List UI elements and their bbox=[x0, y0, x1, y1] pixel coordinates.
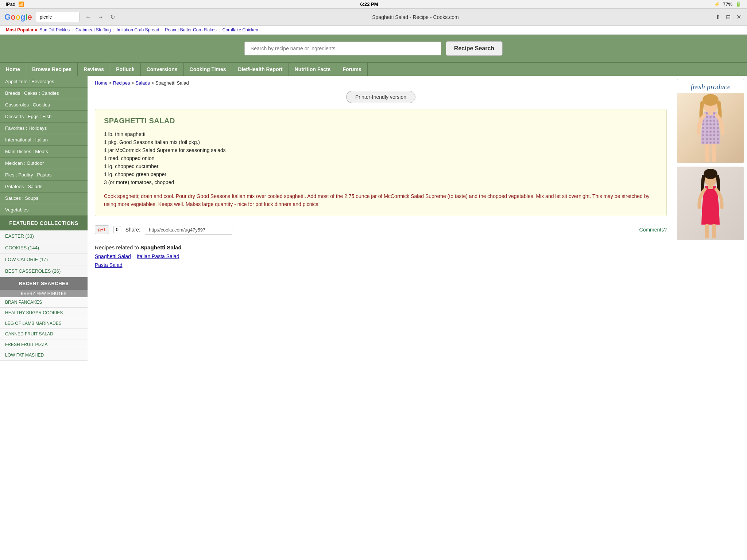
svg-point-7 bbox=[704, 169, 717, 179]
breadcrumb-home[interactable]: Home bbox=[95, 80, 108, 86]
sidebar-item-international[interactable]: International : Italian bbox=[0, 134, 88, 146]
svg-point-1 bbox=[703, 94, 719, 106]
recent-searches-title: RECENT SEARCHES bbox=[0, 277, 88, 290]
site-header: Recipe Search bbox=[0, 35, 747, 62]
gplus-button[interactable]: g+1 bbox=[95, 225, 109, 234]
related-links: Spaghetti Salad Italian Pasta Salad bbox=[95, 253, 667, 259]
popular-label: Most Popular » bbox=[6, 27, 37, 32]
popular-link-1[interactable]: Sun Dill Pickles bbox=[39, 27, 70, 32]
battery-icon: 🔋 bbox=[735, 1, 741, 7]
ingredient-6: 1 lg. chopped green pepper bbox=[104, 170, 658, 178]
refresh-button[interactable]: ↻ bbox=[108, 13, 117, 21]
featured-collections-title: FEATURED COLLECTIONS bbox=[0, 216, 88, 230]
collection-cookies[interactable]: COOKIES (144) bbox=[0, 242, 88, 254]
nav-nutrition[interactable]: Nutrition Facts bbox=[289, 63, 337, 76]
breadcrumb-recipes[interactable]: Recipes bbox=[113, 80, 130, 86]
recent-bran-pancakes[interactable]: BRAN PANCAKES bbox=[0, 297, 88, 308]
svg-rect-3 bbox=[705, 144, 709, 162]
svg-rect-10 bbox=[712, 224, 716, 238]
popular-link-5[interactable]: Cornflake Chicken bbox=[222, 27, 258, 32]
sidebar-item-vegetables[interactable]: Vegetables bbox=[0, 204, 88, 216]
sidebar: Appetizers : Beverages Breads : Cakes : … bbox=[0, 76, 88, 361]
nav-conversions[interactable]: Conversions bbox=[141, 63, 184, 76]
recent-healthy-sugar-cookies[interactable]: HEALTHY SUGAR COOKIES bbox=[0, 308, 88, 318]
popular-link-4[interactable]: Peanut Butter Corn Flakes bbox=[165, 27, 216, 32]
back-button[interactable]: ← bbox=[83, 13, 93, 21]
content-wrapper: Appetizers : Beverages Breads : Cakes : … bbox=[0, 76, 747, 361]
nav-browse[interactable]: Browse Recipes bbox=[26, 63, 78, 76]
svg-rect-2 bbox=[708, 112, 713, 115]
url-input[interactable] bbox=[36, 12, 80, 22]
sidebar-item-appetizers[interactable]: Appetizers : Beverages bbox=[0, 76, 88, 88]
nav-forums[interactable]: Forums bbox=[337, 63, 368, 76]
printer-btn-wrap: Printer-friendly version bbox=[95, 91, 667, 103]
related-link-1[interactable]: Spaghetti Salad bbox=[95, 253, 131, 259]
sidebar-item-mexican[interactable]: Mexican : Outdoor bbox=[0, 158, 88, 169]
ingredient-7: 3 (or more) tomatoes, chopped bbox=[104, 178, 658, 186]
status-left: iPad 📶 bbox=[6, 1, 24, 7]
browser-bar: Google ← → ↻ Spaghetti Salad - Recipe - … bbox=[0, 9, 747, 26]
sidebar-item-pies[interactable]: Pies : Poultry : Pastas bbox=[0, 169, 88, 181]
sidebar-item-desserts[interactable]: Desserts : Eggs : Fish bbox=[0, 111, 88, 122]
breadcrumb: Home > Recipes > Salads > Spaghetti Sala… bbox=[95, 80, 667, 86]
nav-cooking-times[interactable]: Cooking Times bbox=[184, 63, 232, 76]
ad-image-1[interactable] bbox=[677, 93, 744, 163]
recipe-ingredients: 1 lb. thin spaghetti 1 pkg. Good Seasons… bbox=[104, 130, 658, 186]
sidebar-item-casseroles[interactable]: Casseroles : Cookies bbox=[0, 99, 88, 111]
status-bar: iPad 📶 6:22 PM ⚡ 77% 🔋 bbox=[0, 0, 747, 9]
recent-fresh-fruit-pizza[interactable]: FRESH FRUIT PIZZA bbox=[0, 339, 88, 350]
ad-sidebar: fresh produce AD bbox=[674, 76, 747, 361]
sidebar-item-sauces[interactable]: Sauces : Soups bbox=[0, 192, 88, 204]
popular-link-2[interactable]: Crabmeat Stuffing bbox=[76, 27, 111, 32]
recent-canned-fruit-salad[interactable]: CANNED FRUIT SALAD bbox=[0, 329, 88, 339]
related-link-2[interactable]: Italian Pasta Salad bbox=[137, 253, 179, 259]
collection-easter[interactable]: EASTER (33) bbox=[0, 230, 88, 242]
svg-rect-9 bbox=[705, 224, 709, 238]
page-title: Spaghetti Salad - Recipe - Cooks.com bbox=[121, 14, 710, 20]
google-logo: Google bbox=[4, 12, 32, 22]
collection-best-casseroles[interactable]: BEST CASSEROLES (26) bbox=[0, 265, 88, 277]
search-input[interactable] bbox=[244, 42, 441, 55]
svg-rect-8 bbox=[708, 186, 713, 189]
nav-buttons: ← → ↻ bbox=[83, 13, 117, 21]
sidebar-item-potatoes[interactable]: Potatoes : Salads bbox=[0, 181, 88, 192]
close-tab-button[interactable]: ✕ bbox=[735, 13, 743, 21]
share-button[interactable]: ⬆ bbox=[714, 13, 721, 21]
gplus-label: g+1 bbox=[98, 227, 106, 232]
related-link-3[interactable]: Pasta Salad bbox=[95, 262, 123, 268]
breadcrumb-current: Spaghetti Salad bbox=[155, 80, 189, 86]
gplus-count: 0 bbox=[113, 226, 121, 233]
collection-low-calorie[interactable]: LOW CALORIE (17) bbox=[0, 254, 88, 265]
ingredient-3: 1 jar McCormick Salad Supreme for season… bbox=[104, 146, 658, 154]
status-time: 6:22 PM bbox=[360, 1, 378, 7]
nav-potluck[interactable]: Potluck bbox=[110, 63, 141, 76]
sidebar-item-favorites[interactable]: Favorites : Holidays bbox=[0, 122, 88, 134]
nav-home[interactable]: Home bbox=[0, 63, 26, 76]
nav-reviews[interactable]: Reviews bbox=[78, 63, 110, 76]
recent-low-fat-mashed[interactable]: LOW FAT MASHED bbox=[0, 350, 88, 361]
recent-searches-subtitle: EVERY FEW MINUTES bbox=[0, 290, 88, 297]
comments-link[interactable]: Comments? bbox=[639, 227, 667, 233]
ad-image-2[interactable] bbox=[677, 167, 744, 240]
search-pages-button[interactable]: ⊟ bbox=[724, 13, 732, 21]
breadcrumb-salads[interactable]: Salads bbox=[135, 80, 150, 86]
forward-button[interactable]: → bbox=[96, 13, 106, 21]
ad-figure-1 bbox=[690, 93, 731, 163]
sidebar-item-breads[interactable]: Breads : Cakes : Candies bbox=[0, 88, 88, 99]
main-content: Home > Recipes > Salads > Spaghetti Sala… bbox=[88, 76, 674, 361]
ad-box-1: fresh produce AD bbox=[677, 79, 744, 163]
popular-link-3[interactable]: Imitation Crab Spread bbox=[117, 27, 159, 32]
status-right: ⚡ 77% 🔋 bbox=[714, 1, 741, 7]
search-button[interactable]: Recipe Search bbox=[446, 41, 503, 56]
ingredient-4: 1 med. chopped onion bbox=[104, 154, 658, 162]
svg-rect-4 bbox=[712, 144, 716, 162]
recent-leg-of-lamb[interactable]: LEG OF LAMB MARINADES bbox=[0, 318, 88, 329]
main-nav: Home Browse Recipes Reviews Potluck Conv… bbox=[0, 62, 747, 76]
popular-bar: Most Popular » Sun Dill Pickles : Crabme… bbox=[0, 26, 747, 35]
sidebar-item-main-dishes[interactable]: Main Dishes : Meats bbox=[0, 146, 88, 158]
bluetooth-icon: ⚡ bbox=[714, 1, 720, 7]
share-url-input[interactable] bbox=[145, 225, 232, 235]
nav-diet-health[interactable]: Diet/Health Report bbox=[232, 63, 289, 76]
ad-box-2 bbox=[677, 167, 744, 240]
printer-friendly-button[interactable]: Printer-friendly version bbox=[346, 91, 415, 103]
